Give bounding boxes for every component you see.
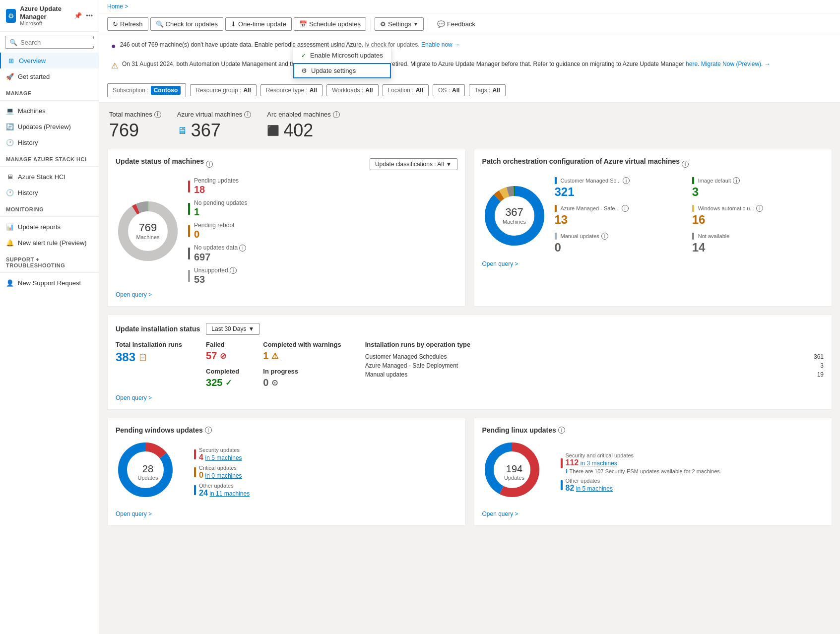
patch-info-icon[interactable]: i: [682, 161, 689, 168]
check-icon: ✓: [301, 52, 306, 59]
settings-button[interactable]: ⚙ Settings ▼: [375, 17, 424, 31]
search-icon: 🔍: [9, 39, 17, 46]
installation-open-query[interactable]: Open query >: [116, 394, 152, 401]
enable-microsoft-updates-item[interactable]: ✓ Enable Microsoft updates: [293, 48, 391, 63]
unsupported-color: [188, 270, 190, 282]
breadcrumb[interactable]: Home >: [99, 0, 840, 13]
schedule-updates-button[interactable]: 📅 Schedule updates: [294, 17, 366, 31]
alerts-container: ● 246 out of 769 machine(s) don't have u…: [99, 35, 840, 78]
pw-donut-center: 28 Updates: [138, 463, 158, 481]
cm-info-icon[interactable]: i: [623, 177, 630, 184]
sidebar-item-update-reports[interactable]: 📊 Update reports: [0, 219, 99, 235]
update-classifications-select[interactable]: Update classifications : All ▼: [370, 158, 457, 170]
id-info-icon[interactable]: i: [733, 177, 740, 184]
main-content: Home > ↻ Refresh 🔍 Check for updates ⬇ O…: [99, 0, 840, 634]
arc-info-icon[interactable]: i: [333, 111, 340, 118]
pending-reboot-color: [188, 225, 190, 237]
app-title-group: Azure Update Manager Microsoft: [20, 5, 70, 26]
mu-info-icon[interactable]: i: [601, 233, 608, 240]
linux-security-link[interactable]: in 3 machines: [581, 460, 617, 467]
section-azure-stack: Manage Azure Stack HCI: [0, 150, 99, 164]
warnings-stat: Completed with warnings 1 ⚠: [263, 341, 341, 362]
app-title: Azure Update Manager: [20, 5, 70, 20]
total-machines-info-icon[interactable]: i: [154, 111, 161, 118]
completed-stat: Completed 325 ✓: [206, 368, 239, 388]
sidebar-item-label: Updates (Preview): [18, 123, 71, 130]
search-input[interactable]: [20, 39, 99, 46]
sidebar-item-new-support[interactable]: 👤 New Support Request: [0, 275, 99, 291]
subscription-filter[interactable]: Subscription : Contoso: [107, 83, 186, 97]
sidebar-item-updates-preview[interactable]: 🔄 Updates (Preview): [0, 119, 99, 134]
azure-vm-info-icon[interactable]: i: [244, 111, 251, 118]
sidebar-item-history2[interactable]: 🕐 History: [0, 185, 99, 200]
critical-updates-stat: Critical updates 0 in 0 machines: [194, 465, 250, 480]
sidebar-item-overview[interactable]: ⊞ Overview: [0, 53, 99, 68]
arc-label: Arc enabled machines i: [267, 111, 340, 118]
failed-stat: Failed 57 ⊘: [206, 341, 239, 362]
critical-link[interactable]: in 0 machines: [205, 472, 242, 479]
os-filter[interactable]: OS : All: [433, 84, 465, 96]
refresh-button[interactable]: ↻ Refresh: [107, 17, 148, 31]
location-filter[interactable]: Location : All: [383, 84, 429, 96]
update-status-info-icon[interactable]: i: [206, 161, 213, 168]
sidebar-item-get-started[interactable]: 🚀 Get started: [0, 68, 99, 84]
pw-info-icon[interactable]: i: [205, 427, 212, 434]
by-op-row-1: Customer Managed Schedules 361: [365, 352, 824, 361]
settings-icon: ⚙: [380, 20, 386, 28]
support-icon: 👤: [6, 279, 14, 287]
pending-windows-open-query[interactable]: Open query >: [116, 510, 152, 517]
not-available-stat: Not available 14: [692, 233, 824, 254]
sidebar-item-new-alert-rule[interactable]: 🔔 New alert rule (Preview): [0, 235, 99, 251]
linux-other-link[interactable]: in 5 machines: [576, 485, 613, 492]
update-settings-item[interactable]: ⚙ Update settings: [293, 63, 391, 78]
update-status-title: Update status of machines: [116, 157, 204, 165]
sidebar-item-azure-stack-hci[interactable]: 🖥 Azure Stack HCI: [0, 169, 99, 185]
wa-info-icon[interactable]: i: [756, 205, 763, 212]
customer-managed-bar: [555, 177, 557, 184]
update-status-open-query[interactable]: Open query >: [116, 291, 152, 298]
pending-windows-header: Pending windows updates i: [116, 426, 457, 434]
pin-icon[interactable]: 📌: [74, 12, 82, 19]
pending-linux-donut: 194 Updates: [482, 440, 547, 505]
update-status-chart: 769 Machines Pending updates 18: [116, 177, 457, 285]
other-link[interactable]: in 11 machines: [209, 490, 250, 497]
pl-info-icon[interactable]: i: [558, 427, 565, 434]
search-box[interactable]: 🔍 ✕: [5, 36, 94, 49]
chevron-down-icon: ▼: [413, 21, 418, 27]
period-select[interactable]: Last 30 Days ▼: [206, 323, 259, 335]
sidebar-item-label: History: [18, 139, 38, 146]
tags-filter[interactable]: Tags : All: [469, 84, 505, 96]
more-icon[interactable]: •••: [86, 12, 93, 19]
resource-group-filter[interactable]: Resource group : All: [190, 84, 256, 96]
one-time-update-button[interactable]: ⬇ One-time update: [225, 17, 292, 31]
check-updates-button[interactable]: 🔍 Check for updates: [150, 17, 224, 31]
patch-open-query[interactable]: Open query >: [482, 260, 518, 267]
pending-linux-chart: 194 Updates Security and critical update…: [482, 440, 824, 505]
update-status-donut: 769 Machines: [116, 199, 180, 263]
workloads-filter[interactable]: Workloads : All: [326, 84, 378, 96]
pending-linux-open-query[interactable]: Open query >: [482, 510, 518, 517]
feedback-button[interactable]: 💬 Feedback: [432, 18, 480, 30]
no-updates-info-icon[interactable]: i: [239, 245, 246, 252]
section-support: Support + troubleshooting: [0, 251, 99, 270]
purple-alert: ● 246 out of 769 machine(s) don't have u…: [107, 37, 832, 55]
unsupported-info-icon[interactable]: i: [230, 267, 237, 274]
failed-icon: ⊘: [220, 351, 226, 361]
update-status-stats: Pending updates 18 No pending updates 1: [188, 177, 247, 285]
patch-stats: Customer Managed Sc... i 321 Image defau…: [555, 177, 824, 254]
unsupported-stat: Unsupported i 53: [188, 267, 247, 286]
pending-linux-stats: Security and critical updates 112 in 3 m…: [561, 452, 721, 493]
by-operation-section: Installation runs by operation type Cust…: [365, 341, 824, 388]
patch-orchestration-title: Patch orchestration configuration of Azu…: [482, 157, 680, 165]
pending-linux-header: Pending linux updates i: [482, 426, 824, 434]
get-started-icon: 🚀: [6, 72, 14, 80]
resource-type-filter[interactable]: Resource type : All: [260, 84, 323, 96]
sidebar-item-label: Update reports: [18, 223, 61, 231]
am-info-icon[interactable]: i: [622, 205, 629, 212]
security-link[interactable]: in 5 machines: [205, 454, 242, 461]
sidebar-item-history[interactable]: 🕐 History: [0, 134, 99, 150]
filter-bar: Subscription : Contoso Resource group : …: [99, 78, 840, 103]
arc-value: ⬛ 402: [267, 120, 340, 141]
sidebar-item-machines[interactable]: 💻 Machines: [0, 103, 99, 119]
warning-icon: ⚠: [111, 61, 118, 70]
